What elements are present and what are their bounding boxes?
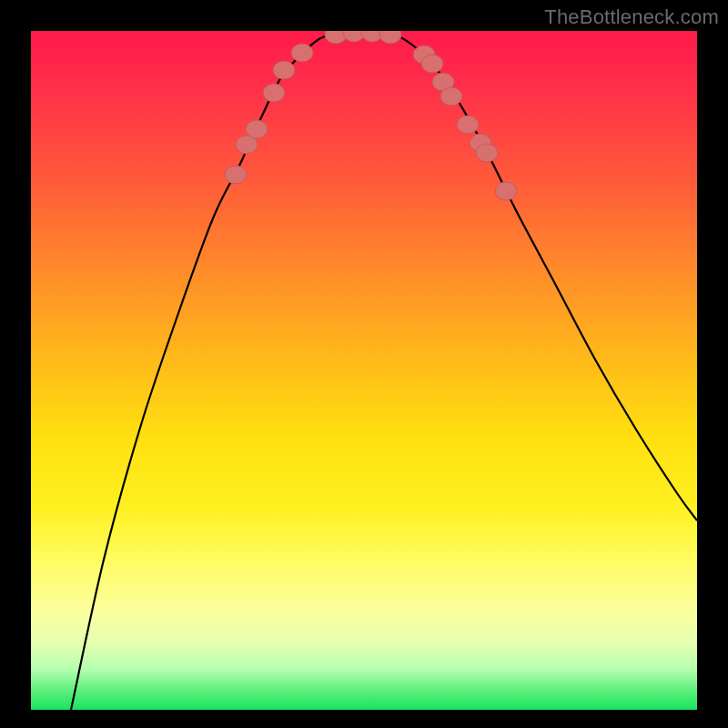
curve-marker xyxy=(273,61,295,79)
bottleneck-curve xyxy=(71,31,697,710)
curve-markers xyxy=(225,31,517,200)
curve-marker xyxy=(246,120,268,138)
curve-marker xyxy=(495,182,517,200)
curve-marker xyxy=(440,87,462,106)
watermark-text: TheBottleneck.com xyxy=(544,5,719,29)
curve-marker xyxy=(379,31,401,44)
curve-marker xyxy=(457,116,479,134)
plot-area xyxy=(31,31,697,710)
curve-marker xyxy=(291,44,313,62)
curve-marker xyxy=(476,144,498,162)
curve-marker xyxy=(421,55,443,73)
chart-svg xyxy=(31,31,697,710)
curve-marker xyxy=(225,166,247,184)
chart-frame: TheBottleneck.com xyxy=(0,0,728,728)
curve-marker xyxy=(263,84,285,102)
